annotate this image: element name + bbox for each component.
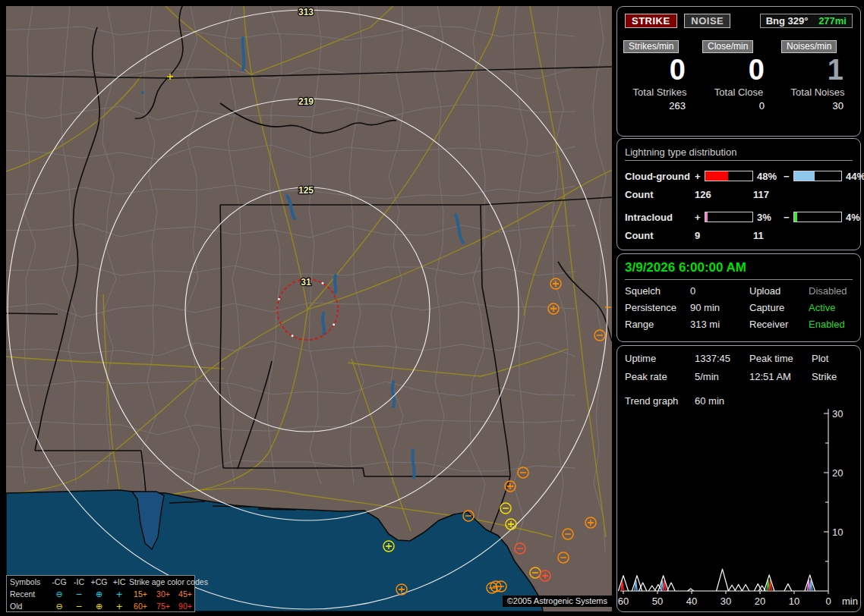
legend-symbol-2: ⊕ <box>89 589 109 600</box>
cg-plus-count: 126 <box>695 189 753 200</box>
legend-age-0-2: 45+ <box>175 589 196 600</box>
persistence-label: Persistence <box>625 302 690 317</box>
cg-minus-pct: 44% <box>842 171 864 182</box>
status-panel: 3/9/2026 6:00:00 AM Squelch 0 Upload Dis… <box>616 253 861 342</box>
total-noises-value: 30 <box>781 100 854 112</box>
legend-symbol-1: − <box>69 589 89 600</box>
uptime-value: 1337:45 <box>695 353 749 369</box>
legend-age-1-1: 75+ <box>152 601 175 612</box>
ic-plus-bar <box>705 212 753 222</box>
cloud-ground-row: Cloud-ground + 48% − 44% <box>617 167 860 185</box>
noise-button[interactable]: NOISE <box>684 14 730 28</box>
close-per-min-chip: Close/min <box>702 40 753 53</box>
svg-text:31: 31 <box>301 277 311 288</box>
peak-rate-row: Peak rate 5/min 12:51 AM Strike <box>617 370 860 388</box>
ic-plus-pct: 3% <box>753 212 784 223</box>
map-canvas: 31321912531 <box>6 6 612 611</box>
strike-button[interactable]: STRIKE <box>625 14 677 28</box>
legend-row-recent: Recent⊖−⊕+15+30+45+ <box>7 588 194 600</box>
svg-text:min: min <box>842 596 858 607</box>
receiver-label: Receiver <box>749 319 809 334</box>
range-label: Range <box>625 319 690 334</box>
copyright-label: ©2005 Astrogenic Systems <box>503 596 612 607</box>
ic-minus-count: 11 <box>753 230 839 241</box>
legend-header-pcg: +CG <box>89 577 109 588</box>
bearing-label: Bng 329° <box>766 15 809 27</box>
total-strikes-value: 263 <box>623 100 696 112</box>
bearing-box: Bng 329° 277mi <box>760 14 853 28</box>
ic-minus-pct: 4% <box>842 212 864 223</box>
ic-count-row: Count 9 11 <box>617 226 860 246</box>
legend-symbol-1: − <box>69 601 89 612</box>
range-value: 313 mi <box>690 319 749 334</box>
current-datetime: 3/9/2026 6:00:00 AM <box>625 260 853 280</box>
legend-age-0-1: 30+ <box>152 589 175 600</box>
peak-time-value: 12:51 AM <box>749 371 812 388</box>
plus-sign: + <box>695 212 705 223</box>
plot-label: Plot <box>812 353 860 369</box>
noises-counter: Noises/min 1 Total Noises 30 <box>781 40 854 112</box>
peak-rate-value: 5/min <box>695 371 749 388</box>
cg-minus-bar <box>793 171 842 181</box>
ic-count-label: Count <box>625 230 695 241</box>
legend-row-old: Old⊖−⊕+60+75+90+ <box>7 600 194 612</box>
legend-header-nic: -IC <box>69 577 89 588</box>
peak-time-label: Peak time <box>749 353 812 369</box>
noises-per-min-chip: Noises/min <box>781 40 837 53</box>
noises-per-min-value: 1 <box>781 55 854 85</box>
legend-header-ncg: -CG <box>49 577 69 588</box>
distribution-panel: Lightning type distribution Cloud-ground… <box>616 138 861 250</box>
svg-text:20: 20 <box>755 596 765 607</box>
strikes-per-min-value: 0 <box>623 55 696 85</box>
intracloud-row: Intracloud + 3% − 4% <box>617 208 860 226</box>
svg-text:10: 10 <box>789 596 799 607</box>
legend-header-symbols: Symbols <box>10 577 49 588</box>
ic-plus-count: 9 <box>695 230 753 241</box>
trend-panel: 1020306050403020100min Uptime 1337:45 Pe… <box>616 345 861 612</box>
cloud-ground-label: Cloud-ground <box>625 171 695 182</box>
legend-age-0-0: 15+ <box>129 589 152 600</box>
peak-rate-label: Peak rate <box>625 371 695 388</box>
squelch-label: Squelch <box>625 285 690 300</box>
legend-symbol-3: + <box>109 589 129 600</box>
receiver-status: Enabled <box>809 319 860 334</box>
upload-status: Disabled <box>809 285 860 300</box>
uptime-row: Uptime 1337:45 Peak time Plot <box>617 352 860 370</box>
legend-symbol-0: ⊖ <box>49 589 69 600</box>
status-row: Range 313 mi Receiver Enabled <box>617 318 860 335</box>
persistence-value: 90 min <box>690 302 749 317</box>
total-noises-label: Total Noises <box>781 86 854 98</box>
minus-sign: − <box>784 212 793 223</box>
svg-text:20: 20 <box>832 467 843 479</box>
trend-graph-window: 60 min <box>695 395 749 412</box>
close-counter: Close/min 0 Total Close 0 <box>702 40 775 112</box>
svg-text:30: 30 <box>721 596 731 607</box>
legend-symbol-3: + <box>109 601 129 612</box>
total-close-label: Total Close <box>702 86 775 98</box>
svg-text:40: 40 <box>686 596 697 607</box>
status-row: Persistence 90 min Capture Active <box>617 301 860 318</box>
cg-plus-bar <box>705 171 753 181</box>
capture-status: Active <box>809 302 860 317</box>
upload-label: Upload <box>749 285 809 300</box>
close-per-min-value: 0 <box>702 55 775 85</box>
legend-symbol-2: ⊕ <box>89 601 109 612</box>
intracloud-label: Intracloud <box>625 212 695 223</box>
svg-text:10: 10 <box>832 526 843 538</box>
plus-sign: + <box>695 171 705 182</box>
ic-minus-bar <box>793 212 842 222</box>
plot-mode-value: Strike <box>812 371 860 388</box>
capture-label: Capture <box>749 302 809 317</box>
counters-panel: STRIKE NOISE Bng 329° 277mi Strikes/min … <box>616 6 861 137</box>
cg-count-row: Count 126 117 <box>617 185 860 205</box>
legend-age-1-2: 90+ <box>175 601 196 612</box>
lightning-map[interactable]: 31321912531 Symbols -CG -IC +CG +IC Stri… <box>6 6 612 611</box>
cg-minus-count: 117 <box>753 189 839 200</box>
trend-graph-row: Trend graph 60 min <box>617 394 860 413</box>
total-strikes-label: Total Strikes <box>623 86 696 98</box>
svg-text:50: 50 <box>652 596 663 607</box>
svg-text:60: 60 <box>618 596 629 607</box>
uptime-label: Uptime <box>625 353 695 369</box>
minus-sign: − <box>784 171 793 182</box>
total-close-value: 0 <box>702 100 775 112</box>
